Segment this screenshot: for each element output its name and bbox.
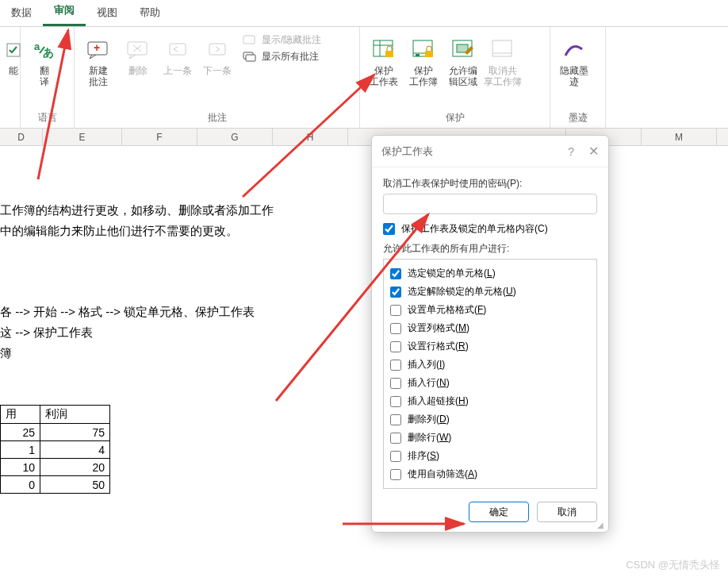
table-row: 1020 bbox=[1, 459, 110, 476]
svg-rect-7 bbox=[209, 44, 225, 55]
ok-button[interactable]: 确定 bbox=[469, 502, 529, 522]
next-comment-icon bbox=[204, 37, 231, 63]
cancel-button[interactable]: 取消 bbox=[537, 502, 597, 522]
svg-text:+: + bbox=[94, 41, 100, 54]
prev-comment-icon bbox=[164, 37, 191, 63]
cell-text[interactable]: 簿 bbox=[0, 343, 255, 364]
col-header-f[interactable]: F bbox=[122, 129, 197, 145]
new-comment-icon: + bbox=[85, 37, 112, 63]
ribbon: 能 aあ 翻 译 语言 + 新建 批注 删除 上一条 bbox=[0, 27, 728, 129]
dialog-title: 保护工作表 bbox=[381, 144, 568, 159]
svg-rect-17 bbox=[416, 54, 420, 56]
protect-workbook-button[interactable]: 保护 工作簿 bbox=[404, 33, 443, 90]
tab-review[interactable]: 审阅 bbox=[43, 0, 86, 26]
svg-rect-18 bbox=[425, 51, 433, 57]
comments-icon bbox=[243, 51, 257, 63]
svg-rect-10 bbox=[246, 55, 255, 61]
cell-text[interactable]: 各 --> 开始 --> 格式 --> 锁定单元格、保护工作表 bbox=[0, 302, 255, 322]
delete-comment-icon bbox=[125, 37, 151, 63]
svg-rect-21 bbox=[492, 40, 512, 56]
perm-item: 排序(S) bbox=[390, 447, 590, 465]
table-row: 用利润 bbox=[1, 406, 110, 424]
permissions-list[interactable]: 选定锁定的单元格(L) 选定解除锁定的单元格(U) 设置单元格格式(F) 设置列… bbox=[383, 259, 597, 489]
column-headers: D E F G H M bbox=[0, 129, 728, 146]
protect-contents-checkbox[interactable] bbox=[383, 223, 395, 235]
svg-text:a: a bbox=[34, 40, 40, 52]
table-row: 2575 bbox=[1, 424, 110, 441]
perm-item: 设置列格式(M) bbox=[390, 319, 590, 337]
partial-button[interactable]: 能 bbox=[5, 33, 22, 79]
translate-button[interactable]: aあ 翻 译 bbox=[25, 33, 63, 90]
cell-text[interactable]: 中的编辑能力来防止他们进行不需要的更改。 bbox=[0, 221, 274, 241]
show-hide-comment-button[interactable]: 显示/隐藏批注 bbox=[243, 33, 321, 47]
password-input[interactable] bbox=[383, 194, 597, 214]
group-ink-label: 墨迹 bbox=[555, 108, 600, 128]
unshare-workbook-button[interactable]: 取消共 享工作簿 bbox=[484, 33, 522, 90]
perm-item: 删除行(W) bbox=[390, 429, 590, 447]
allow-edit-ranges-button[interactable]: 允许编 辑区域 bbox=[444, 33, 482, 90]
protect-workbook-icon bbox=[410, 37, 437, 63]
delete-comment-button[interactable]: 删除 bbox=[119, 33, 157, 79]
perm-item: 使用自动筛选(A) bbox=[390, 465, 590, 483]
allow-edit-icon bbox=[450, 37, 477, 63]
col-header-g[interactable]: G bbox=[197, 129, 273, 145]
protect-sheet-button[interactable]: 保护 工作表 bbox=[365, 33, 403, 90]
dialog-header: 保护工作表 ? ✕ bbox=[372, 136, 608, 167]
hide-ink-button[interactable]: 隐藏墨 迹 bbox=[555, 33, 593, 90]
table-row: 14 bbox=[1, 441, 110, 459]
show-all-comments-button[interactable]: 显示所有批注 bbox=[243, 50, 321, 63]
perm-item: 选定锁定的单元格(L) bbox=[390, 264, 590, 283]
perm-item: 选定解除锁定的单元格(U) bbox=[390, 283, 590, 301]
translate-icon: aあ bbox=[31, 37, 58, 63]
prev-comment-button[interactable]: 上一条 bbox=[159, 33, 197, 79]
perm-item: 插入超链接(H) bbox=[390, 392, 590, 410]
svg-rect-6 bbox=[170, 44, 186, 55]
svg-rect-8 bbox=[243, 36, 255, 44]
svg-rect-14 bbox=[385, 51, 393, 57]
unshare-icon bbox=[489, 37, 516, 63]
ribbon-tabs: 数据 审阅 视图 帮助 bbox=[0, 0, 728, 27]
resize-grip-icon[interactable]: ◢ bbox=[597, 521, 605, 529]
perm-item: 设置行格式(R) bbox=[390, 337, 590, 356]
col-header-m[interactable]: M bbox=[642, 129, 717, 145]
protect-contents-label: 保护工作表及锁定的单元格内容(C) bbox=[401, 222, 548, 236]
group-language-label: 语言 bbox=[25, 108, 69, 128]
next-comment-button[interactable]: 下一条 bbox=[198, 33, 236, 79]
new-comment-button[interactable]: + 新建 批注 bbox=[79, 33, 117, 90]
data-table[interactable]: 用利润 2575 14 1020 050 bbox=[0, 405, 110, 494]
group-comments-label: 批注 bbox=[79, 108, 354, 128]
perm-item: 设置单元格格式(F) bbox=[390, 301, 590, 319]
tab-help[interactable]: 帮助 bbox=[128, 0, 171, 26]
col-header-e[interactable]: E bbox=[43, 129, 122, 145]
permissions-label: 允许此工作表的所有用户进行: bbox=[383, 242, 597, 256]
cell-text[interactable]: 这 --> 保护工作表 bbox=[0, 322, 255, 343]
close-icon[interactable]: ✕ bbox=[588, 144, 599, 159]
password-label: 取消工作表保护时使用的密码(P): bbox=[383, 177, 597, 190]
perm-item: 删除列(D) bbox=[390, 410, 590, 429]
table-row: 050 bbox=[1, 476, 110, 494]
perm-item: 插入列(I) bbox=[390, 356, 590, 374]
ink-icon bbox=[561, 37, 588, 63]
col-header-d[interactable]: D bbox=[0, 129, 43, 145]
tab-data[interactable]: 数据 bbox=[0, 0, 43, 26]
perm-item: 插入行(N) bbox=[390, 374, 590, 392]
col-header-h[interactable]: H bbox=[273, 129, 348, 145]
watermark: CSDN @无情秃头怪 bbox=[626, 558, 720, 572]
comment-icon bbox=[243, 34, 257, 47]
tab-view[interactable]: 视图 bbox=[86, 0, 128, 26]
group-protect-label: 保护 bbox=[365, 108, 545, 128]
protect-sheet-icon bbox=[370, 37, 397, 63]
cell-text[interactable]: 工作簿的结构进行更改，如移动、删除或者添加工作 bbox=[0, 200, 274, 221]
protect-sheet-dialog: 保护工作表 ? ✕ 取消工作表保护时使用的密码(P): 保护工作表及锁定的单元格… bbox=[371, 135, 609, 533]
help-icon[interactable]: ? bbox=[568, 145, 574, 158]
